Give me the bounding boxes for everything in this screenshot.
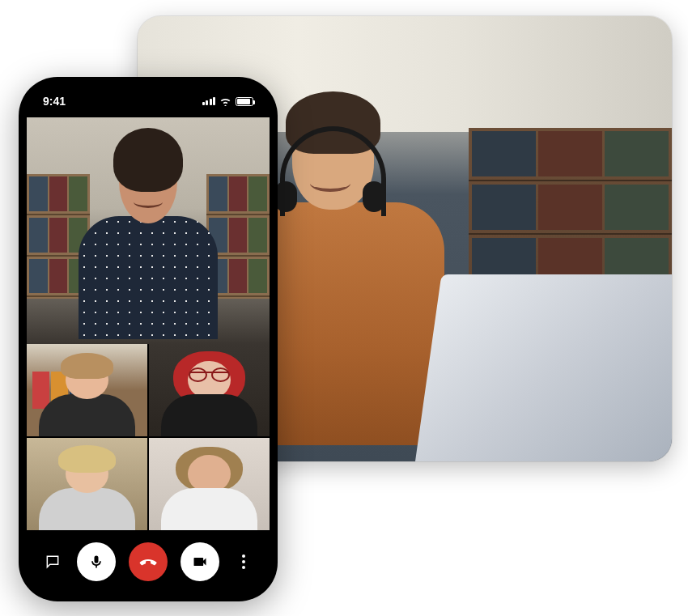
- wifi-icon: [219, 97, 231, 106]
- phone-frame: 9:41: [19, 77, 278, 601]
- more-options-button[interactable]: [232, 550, 255, 573]
- call-controls: [27, 530, 270, 593]
- video-area: [27, 117, 270, 530]
- participant-tile[interactable]: [149, 344, 270, 436]
- more-vertical-icon: [242, 554, 245, 569]
- battery-icon: [236, 97, 253, 106]
- phone-screen: 9:41: [27, 85, 270, 593]
- microphone-icon: [88, 554, 104, 570]
- video-camera-icon: [192, 554, 208, 570]
- phone-hangup-icon: [138, 552, 158, 571]
- mic-button[interactable]: [77, 542, 116, 581]
- participant-tile[interactable]: [149, 438, 270, 530]
- cellular-signal-icon: [202, 97, 216, 105]
- phone-notch: [96, 85, 200, 106]
- participants-grid: [27, 344, 270, 530]
- participant-tile[interactable]: [27, 344, 147, 436]
- chat-button[interactable]: [41, 550, 64, 573]
- chat-icon: [45, 554, 61, 570]
- status-time: 9:41: [43, 95, 66, 108]
- main-participant-tile[interactable]: [27, 117, 270, 344]
- participant-tile[interactable]: [27, 438, 147, 530]
- camera-button[interactable]: [180, 542, 219, 581]
- hangup-button[interactable]: [129, 542, 168, 581]
